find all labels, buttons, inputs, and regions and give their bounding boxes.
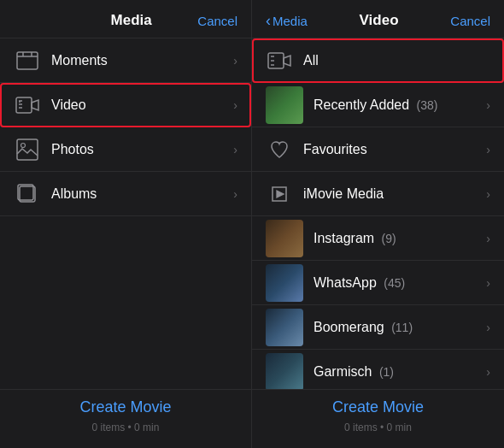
svg-rect-0 — [17, 52, 38, 69]
right-item-all[interactable]: All — [252, 38, 504, 83]
back-chevron-icon: ‹ — [266, 13, 271, 28]
right-title: Video — [308, 12, 450, 29]
video-label: Video — [51, 97, 228, 113]
svg-marker-20 — [277, 191, 284, 197]
right-item-favourites[interactable]: Favourites › — [252, 127, 504, 172]
favourites-label: Favourites — [303, 142, 481, 157]
all-label: All — [303, 53, 490, 68]
left-item-video[interactable]: Video › — [0, 83, 251, 127]
imovie-icon — [266, 182, 293, 206]
instagram-thumbnail — [266, 220, 303, 257]
svg-rect-10 — [17, 139, 38, 160]
boomerang-chevron: › — [486, 321, 490, 334]
all-video-icon — [266, 49, 293, 73]
instagram-label: Instagram (9) — [314, 231, 481, 246]
whatsapp-thumbnail — [266, 264, 303, 302]
left-header: Media Cancel — [0, 0, 251, 38]
left-title: Media — [65, 12, 197, 29]
photos-label: Photos — [51, 142, 228, 157]
garmisch-chevron: › — [486, 365, 490, 379]
video-icon — [14, 93, 41, 117]
right-item-recently-added[interactable]: Recently Added (38) › — [252, 83, 504, 127]
left-panel: Media Cancel Moments › — [0, 0, 252, 448]
imovie-chevron: › — [486, 187, 490, 201]
left-footer: Create Movie 0 items • 0 min — [0, 389, 251, 448]
left-create-movie-button[interactable]: Create Movie — [14, 398, 237, 416]
right-item-garmisch[interactable]: Garmisch (1) › — [252, 350, 504, 389]
boomerang-thumbnail — [266, 309, 303, 346]
recently-added-thumbnail — [266, 86, 303, 124]
moments-label: Moments — [51, 53, 228, 68]
svg-rect-14 — [268, 53, 284, 68]
video-chevron: › — [233, 98, 237, 112]
albums-label: Albums — [51, 186, 228, 202]
svg-marker-15 — [284, 56, 290, 66]
right-create-movie-button[interactable]: Create Movie — [266, 398, 490, 416]
right-panel: ‹ Media Video Cancel All Rece — [252, 0, 504, 448]
whatsapp-chevron: › — [486, 276, 490, 290]
garmisch-label: Garmisch (1) — [314, 364, 481, 380]
left-list: Moments › Video › — [0, 38, 251, 389]
recently-added-chevron: › — [486, 98, 490, 112]
left-footer-status: 0 items • 0 min — [92, 421, 160, 433]
right-item-imovie[interactable]: iMovie Media › — [252, 172, 504, 216]
garmisch-thumbnail — [266, 353, 303, 390]
right-item-whatsapp[interactable]: WhatsApp (45) › — [252, 261, 504, 305]
moments-icon — [14, 49, 41, 73]
svg-point-11 — [21, 143, 26, 147]
favourites-icon — [266, 138, 293, 162]
svg-marker-5 — [32, 100, 38, 110]
left-item-albums[interactable]: Albums › — [0, 172, 251, 216]
albums-chevron: › — [233, 187, 237, 201]
right-footer-status: 0 items • 0 min — [344, 421, 412, 433]
right-back-button[interactable]: ‹ Media — [266, 13, 308, 28]
back-label: Media — [273, 14, 308, 28]
right-item-instagram[interactable]: Instagram (9) › — [252, 216, 504, 261]
instagram-chevron: › — [486, 232, 490, 245]
right-header: ‹ Media Video Cancel — [252, 0, 504, 38]
albums-icon — [14, 182, 41, 206]
left-item-photos[interactable]: Photos › — [0, 127, 251, 172]
whatsapp-label: WhatsApp (45) — [314, 275, 481, 291]
moments-chevron: › — [233, 54, 237, 68]
svg-rect-4 — [16, 97, 32, 113]
right-footer: Create Movie 0 items • 0 min — [252, 389, 504, 448]
left-item-moments[interactable]: Moments › — [0, 38, 251, 83]
left-cancel-button[interactable]: Cancel — [197, 14, 237, 28]
photos-icon — [14, 138, 41, 162]
right-item-boomerang[interactable]: Boomerang (11) › — [252, 305, 504, 350]
boomerang-label: Boomerang (11) — [314, 320, 481, 335]
imovie-label: iMovie Media — [303, 186, 481, 202]
right-cancel-button[interactable]: Cancel — [450, 14, 490, 28]
right-list: All Recently Added (38) › Favourites › — [252, 38, 504, 389]
favourites-chevron: › — [486, 143, 490, 156]
recently-added-label: Recently Added (38) — [314, 97, 481, 113]
photos-chevron: › — [233, 143, 237, 156]
